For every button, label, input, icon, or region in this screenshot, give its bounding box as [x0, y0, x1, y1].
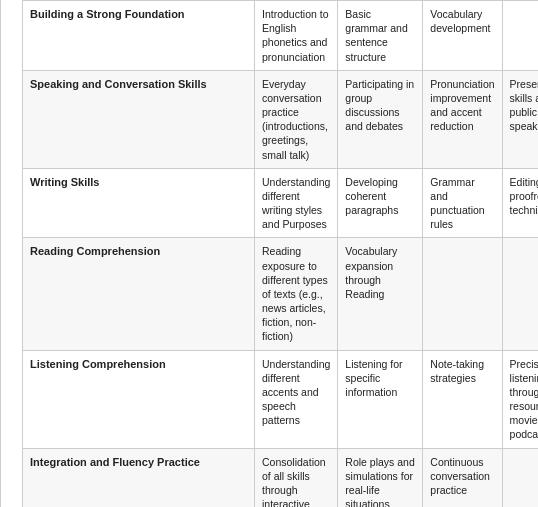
table-cell: Reading exposure to different types of t… [255, 238, 338, 350]
table-cell: Presentation skills and public speaking [502, 70, 538, 168]
table-cell: Everyday conversation practice (introduc… [255, 70, 338, 168]
table-cell: Grammar and punctuation rules [423, 168, 502, 238]
table-cell: Introduction to English phonetics and pr… [255, 1, 338, 71]
table-row: Speaking and Conversation SkillsEveryday… [23, 70, 539, 168]
course-modules-wrapper: Building a Strong FoundationIntroduction… [0, 0, 538, 507]
table-cell [423, 238, 502, 350]
table-cell: Developing coherent paragraphs [338, 168, 423, 238]
table-cell: Listening for specific information [338, 350, 423, 448]
table-row: Building a Strong FoundationIntroduction… [23, 1, 539, 71]
course-modules-table: Building a Strong FoundationIntroduction… [22, 0, 538, 507]
row-header: Speaking and Conversation Skills [23, 70, 255, 168]
table-cell: Precising listening through audio resour… [502, 350, 538, 448]
row-header: Writing Skills [23, 168, 255, 238]
table-cell: Note-taking strategies [423, 350, 502, 448]
row-header: Reading Comprehension [23, 238, 255, 350]
vertical-label [0, 0, 22, 507]
table-cell: Role plays and simulations for real-life… [338, 448, 423, 507]
row-header: Listening Comprehension [23, 350, 255, 448]
table-cell: Vocabulary development [423, 1, 502, 71]
table-cell: Basic grammar and sentence structure [338, 1, 423, 71]
table-row: Integration and Fluency PracticeConsolid… [23, 448, 539, 507]
table-cell: Consolidation of all skills through inte… [255, 448, 338, 507]
table-row: Reading ComprehensionReading exposure to… [23, 238, 539, 350]
table-row: Writing SkillsUnderstanding different wr… [23, 168, 539, 238]
row-header: Building a Strong Foundation [23, 1, 255, 71]
table-cell: Editing and proofreading techniques [502, 168, 538, 238]
table-row: Listening ComprehensionUnderstanding dif… [23, 350, 539, 448]
table-cell: Understanding different writing styles a… [255, 168, 338, 238]
table-cell: Understanding different accents and spee… [255, 350, 338, 448]
table-cell [502, 1, 538, 71]
table-cell: Pronunciation improvement and accent red… [423, 70, 502, 168]
table-cell: Vocabulary expansion through Reading [338, 238, 423, 350]
row-header: Integration and Fluency Practice [23, 448, 255, 507]
table-cell: Participating in group discussions and d… [338, 70, 423, 168]
table-cell: Continuous conversation practice [423, 448, 502, 507]
table-cell [502, 448, 538, 507]
table-cell [502, 238, 538, 350]
